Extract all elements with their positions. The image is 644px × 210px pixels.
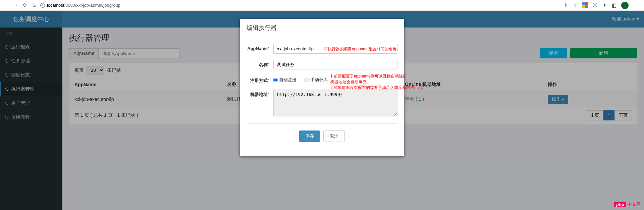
forward-icon[interactable]: →	[12, 2, 19, 8]
address-bar[interactable]: i localhost:8080/xxl-job-admin/jobgroup	[40, 3, 561, 8]
radio-manual[interactable]: 手动录入	[305, 77, 328, 83]
address-textarea[interactable]: http://192.168.56.1:9999/	[273, 90, 397, 116]
panel-icon[interactable]: ◧	[611, 2, 616, 8]
save-button[interactable]: 保存	[299, 130, 320, 142]
browser-chrome: ← → ⟳ ⌂ i localhost:8080/xxl-job-admin/j…	[0, 0, 644, 11]
site-info-icon[interactable]: i	[40, 3, 45, 8]
extensions-icon[interactable]: ✦	[602, 2, 607, 8]
cancel-button[interactable]: 取消	[323, 130, 345, 142]
title-input[interactable]	[273, 60, 397, 69]
edit-executor-modal: 编辑执行器 AppName* 和执行器的项目appname配置相同的名称 名称*…	[240, 19, 404, 156]
form-label-title: 名称	[259, 62, 268, 67]
star-icon[interactable]: ☆	[573, 2, 577, 8]
back-icon[interactable]: ←	[3, 2, 9, 8]
reload-icon[interactable]: ⟳	[21, 2, 28, 8]
grid-icon[interactable]	[582, 2, 588, 8]
form-label-address: 机器地址	[250, 92, 268, 97]
modal-title: 编辑执行器	[240, 19, 404, 37]
share-icon[interactable]: ⇪	[564, 2, 568, 8]
form-label-appname: AppName	[247, 46, 268, 51]
url-path: :8080/xxl-job-admin/jobgroup	[64, 3, 120, 8]
watermark-text: 中文网	[628, 201, 641, 207]
url-host: localhost	[47, 3, 64, 8]
watermark-logo: php	[614, 202, 626, 207]
wifi-icon[interactable]: ⦿	[592, 2, 598, 8]
appname-input[interactable]	[273, 44, 397, 54]
menu-icon[interactable]: ⋮	[633, 2, 639, 8]
profile-avatar[interactable]	[621, 2, 629, 9]
watermark: php 中文网	[614, 201, 641, 207]
form-label-regtype: 注册方式	[250, 78, 268, 83]
radio-auto[interactable]: 自动注册	[273, 77, 297, 83]
home-icon[interactable]: ⌂	[31, 2, 38, 8]
